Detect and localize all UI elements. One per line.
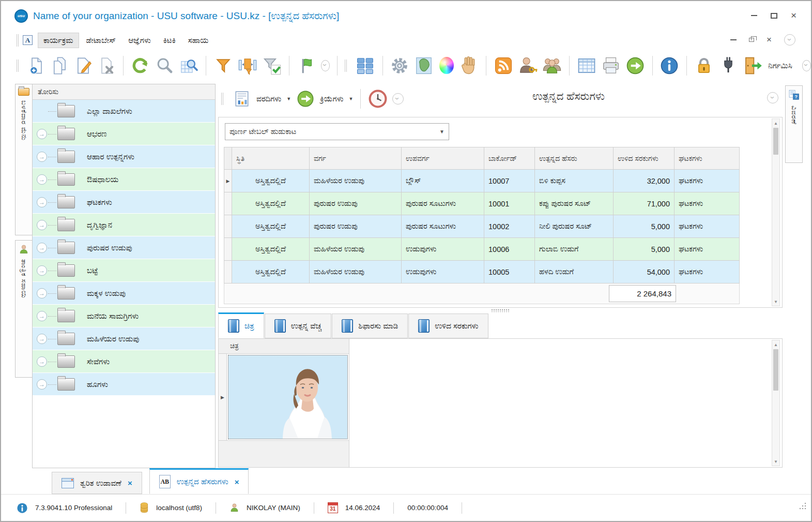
mdi-restore-button[interactable] [749,38,754,42]
menubar-drag-handle[interactable] [17,34,19,47]
scroll-up-icon[interactable]: ▲ [772,119,779,127]
tree-item[interactable]: ಮನೆಯ ಸಾಮಗ್ರಿಗಳು [33,305,215,327]
lock-icon[interactable] [694,55,714,76]
column-header-name[interactable]: ಉತ್ಪನ್ನದ ಹೆಸರು [535,147,614,170]
table-view-icon[interactable] [577,55,596,76]
plug-icon[interactable] [718,55,738,76]
menubar-chevron-icon[interactable] [784,34,795,46]
search-type-combo[interactable]: ಪೂರ್ಣ ಟೇಬಲ್ ಹುಡುಕಾಟ ▼ [225,123,449,140]
filter-apply-icon[interactable] [262,55,282,76]
exit-door-icon[interactable] [743,55,762,76]
map-icon[interactable] [414,55,434,76]
search-icon[interactable] [155,55,174,76]
image-column-header[interactable]: ಚಿತ್ರ [219,339,349,354]
reports-icon[interactable] [232,88,252,109]
column-header-units[interactable]: ಘಟಕಗಳು [675,147,740,170]
product-image-cell[interactable] [227,354,349,441]
tab-recommend[interactable]: ಶಿಫಾರಸು ಮಾಡಿ [332,314,408,338]
scroll-down-icon[interactable]: ▼ [772,457,779,466]
expand-arrow-icon[interactable] [37,220,47,230]
doc-tab-quick-launch[interactable]: ತ್ವರಿತ ಉಡಾವಣೆ × [52,472,142,494]
expand-arrow-icon[interactable] [37,334,47,344]
view-toolbar-drag-handle[interactable] [221,93,223,105]
tree-item-all-documents[interactable]: ಎಲ್ಲಾ ದಾಖಲೆಗಳು [33,100,215,123]
doc-tab-product-names[interactable]: AB ಉತ್ಪನ್ನದ ಹೆಸರುಗಳು × [149,468,249,494]
image-vertical-scrollbar[interactable]: ▲ ▼ [772,340,780,466]
table-row[interactable]: ▶ ಅಸ್ತಿತ್ವದಲ್ಲಿದೆ ಮಹಿಳೆಯರ ಉಡುಪು ಬ್ಲೌಸ್ 1… [224,170,740,192]
table-row[interactable]: ಅಸ್ತಿತ್ವದಲ್ಲಿದೆ ಮಹಿಳೆಯರ ಉಡುಪು ಉಡುಪುಗಳು 1… [224,238,740,261]
horizontal-splitter[interactable] [218,308,783,312]
print-icon[interactable] [601,55,621,76]
description-side-tab[interactable]: ? ವಿವರಣೆ [785,85,803,163]
toolbar-drag-handle-2[interactable] [345,59,347,72]
actions-dropdown[interactable]: ಕ್ರಿಯೆಗಳು [320,94,343,103]
column-header-barcode[interactable]: ಬಾರ್ಕೋಡ್ [484,147,535,170]
close-tab-icon[interactable]: × [235,478,239,486]
expand-arrow-icon[interactable] [37,174,47,185]
expand-arrow-icon[interactable] [37,379,47,390]
filter-columns-icon[interactable] [238,55,257,76]
column-header-remaining[interactable]: ಉಳಿದ ಸರಕುಗಳು [614,147,675,170]
user-key-icon[interactable] [518,55,538,76]
menu-item-window[interactable]: ಕಿಟಕಿ [158,33,181,48]
maximize-button[interactable] [771,13,777,19]
expand-arrow-icon[interactable] [37,129,47,139]
mdi-close-button[interactable]: × [767,37,772,43]
scrollbar-thumb[interactable] [773,349,778,391]
expand-arrow-icon[interactable] [37,152,47,162]
mdi-minimize-button[interactable] [730,39,737,40]
tiles-view-icon[interactable] [356,55,375,76]
view-toolbar-chevron-icon[interactable] [392,93,404,105]
splitter-grip[interactable] [491,309,510,312]
hand-icon[interactable] [459,55,479,76]
expand-arrow-icon[interactable] [37,311,47,321]
filter-icon[interactable] [213,55,233,76]
expand-arrow-icon[interactable] [37,243,47,253]
table-row[interactable]: ಅಸ್ತಿತ್ವದಲ್ಲಿದೆ ಮಹಿಳೆಯರ ಉಡುಪು ಉಡುಪುಗಳು 1… [224,261,740,284]
tree-item[interactable]: ಸೇವೆಗಳು [33,350,215,373]
tab-remaining-goods[interactable]: ಉಳಿದ ಸರಕುಗಳು [408,314,488,338]
column-header-category[interactable]: ವರ್ಗ [310,147,402,170]
minimize-button[interactable] [751,15,757,16]
flag-icon[interactable] [297,55,316,76]
menu-item-program[interactable]: ಕಾರ್ಯಕ್ರಮ [38,33,79,48]
table-row[interactable]: ಅಸ್ತಿತ್ವದಲ್ಲಿದೆ ಪುರುಷರ ಉಡುಪು ಪುರುಷರ ಸೂಟು… [224,215,740,238]
tree-item[interactable]: ಆಹಾರ ಉತ್ಪನ್ನಗಳು [33,145,215,168]
edit-record-icon[interactable] [74,55,93,76]
tab-image[interactable]: ಚಿತ್ರ [218,312,264,338]
tree-item[interactable]: ಬಟ್ಟೆ [33,259,215,282]
tree-item[interactable]: ಮಕ್ಕಳ ಉಡುಪು [33,282,215,305]
menu-item-database[interactable]: ಡೇಟಾಬೇಸ್ [81,33,121,48]
tab-product-cost[interactable]: ಉತ್ಪನ್ನ ವೆಚ್ಚ [265,314,332,338]
tree-item[interactable]: ಔಷಧಾಲಯ [33,168,215,191]
delete-record-icon[interactable] [97,55,116,76]
scroll-up-icon[interactable]: ▲ [772,340,779,349]
menu-item-commands[interactable]: ಆಜ್ಞೆಗಳು [123,33,156,48]
reports-dropdown[interactable]: ವರದಿಗಳು [256,94,281,103]
title-chevron-icon[interactable] [767,92,778,103]
tree-item[interactable]: ಆಭರಣ [33,123,215,145]
scrollbar-thumb[interactable] [773,128,778,155]
scroll-down-icon[interactable]: ▼ [772,297,779,306]
tree-item[interactable]: ಹೂಗಳು [33,373,215,396]
grid-vertical-scrollbar[interactable]: ▲ ▼ [772,118,780,306]
close-button[interactable]: × [791,12,796,19]
tree-item[interactable]: ಮಹಿಳೆಯರ ಉಡುಪು [33,327,215,350]
sidebar-tab-user-menu[interactable]: ಬಳಕೆದಾರ ಮೆನು [15,84,33,235]
program-menu-icon[interactable]: A [23,35,33,45]
menu-item-help[interactable]: ಸಹಾಯ [183,33,214,48]
tree-item[interactable]: ಪುರುಷರ ಉಡುಪು [33,236,215,259]
toolbar-drag-handle[interactable] [17,59,19,72]
exit-label[interactable]: ನಿರ್ಗಮಿಸಿ [768,61,792,70]
scheduler-clock-icon[interactable] [367,88,388,109]
refresh-icon[interactable] [130,55,150,76]
resize-grip[interactable] [799,502,807,510]
go-export-icon[interactable] [625,55,645,76]
close-tab-icon[interactable]: × [128,479,132,487]
new-record-icon[interactable] [27,55,46,76]
advanced-search-icon[interactable] [179,55,198,76]
settings-gear-icon[interactable] [390,55,409,76]
rss-feed-icon[interactable] [494,55,513,76]
expand-arrow-icon[interactable] [37,288,47,299]
info-icon[interactable] [660,55,679,76]
